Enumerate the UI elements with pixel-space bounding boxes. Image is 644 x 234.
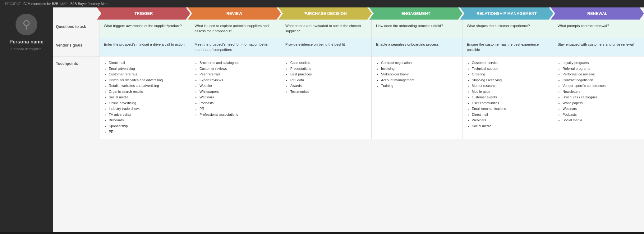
questions-cell-0: What triggers awareness of the supplier/… [99,20,190,38]
stage-header-empty [53,7,99,20]
map-label: MAP: [60,2,69,6]
list-item: Whitepapers [200,89,276,94]
list-item: Training [381,83,458,88]
goals-cell-1: Meet the prospect's need for information… [190,38,281,56]
list-item: Loyalty programs [563,60,639,65]
content-area: TRIGGER REVIEW PURCHASE DECISION ENGAGEM… [53,7,644,232]
persona-name: Persona name [9,39,43,45]
list-item: Brochures and catalogues [200,60,276,65]
list-item: Market research [472,83,549,88]
list-item: Webinars [200,95,276,100]
list-item: Online advertising [109,101,186,106]
touchpoints-label: Touchpoints [53,56,99,139]
list-item: User communities [472,101,549,106]
list-item: Contract negotiation [563,78,639,83]
goals-cell-3: Enable a seamless onboarding process [372,38,462,56]
list-item: Sponsorship [109,124,186,129]
questions-cell-2: What criteria are evaluated to select th… [281,20,372,38]
list-item: White papers [563,101,639,106]
list-item: Technical support [472,66,549,71]
list-item: Invoicing [381,66,458,71]
touchpoints-cell-0: Direct mailEmail advertisingCustomer ref… [99,56,190,139]
list-item: Best practices [290,72,367,77]
top-bar: PROJECT: CJM examples for B2B MAP: B2B B… [0,0,644,7]
questions-label: Questions to ask [53,20,99,38]
goals-cell-4: Ensure the customer has the best experie… [462,38,553,56]
list-item: Awards [290,83,367,88]
list-item: Email communications [472,106,549,111]
touchpoints-row: Touchpoints Direct mailEmail advertising… [53,56,644,139]
sidebar: ⚲ Persona name Persona description [0,7,53,232]
questions-cell-4: What shapes the customer experience? [462,20,553,38]
list-item: customer events [472,95,549,100]
list-item: Industry trade shows [109,106,186,111]
list-item: Direct mail [472,112,549,117]
list-item: Newsletters [563,89,639,94]
list-item: Shipping / receiving [472,78,549,83]
questions-row: Questions to ask What triggers awareness… [53,20,644,38]
list-item: Customer reviews [200,66,276,71]
stage-header-trigger: TRIGGER [97,7,190,20]
stage-header-engagement: ENGAGEMENT [369,7,462,20]
goals-label: Vendor's goals [53,38,99,56]
list-item: Social media [472,124,549,129]
list-item: Stakeholder buy-in [381,72,458,77]
list-item: Peer referrals [200,72,276,77]
list-item: Webinars [563,106,639,111]
list-item: Referral programs [563,66,639,71]
list-item: Customer service [472,60,549,65]
list-item: PR [200,106,276,111]
list-item: ROI data [290,78,367,83]
list-item: Expert revirews [200,78,276,83]
list-item: Billboards [109,118,186,123]
list-item: Brochures / catalogues [563,95,639,100]
goals-cell-5: Stay engaged with customers and drive re… [553,38,644,56]
goals-row: Vendor's goals Enter the prospect's mind… [53,38,644,57]
list-item: Webinars [472,118,549,123]
list-item: Performance reviews [563,72,639,77]
list-item: Case studies [290,60,367,65]
list-item: Professional associations [200,112,276,117]
persona-description: Persona description [11,47,41,51]
stage-header-relationship: RELATIONSHIP MANAGEMENT [460,7,553,20]
goals-cell-2: Provide evidence on being the best fit [281,38,372,56]
avatar-icon: ⚲ [22,19,30,30]
goals-cell-0: Enter the prospect's mindset a drive a c… [99,38,190,56]
list-item: Direct mail [109,60,186,65]
list-item: Account management [381,78,458,83]
touchpoints-cell-5: Loyalty programsReferral programsPerform… [553,56,644,139]
avatar: ⚲ [16,14,37,35]
list-item: Podcasts [200,101,276,106]
list-item: Email advertising [109,66,186,71]
list-item: PR [109,129,186,134]
touchpoints-cell-1: Brochures and cataloguesCustomer reviews… [190,56,281,139]
list-item: Testimonials [290,89,367,94]
touchpoints-cell-4: Customer serviceTechnical supportOrderin… [462,56,553,139]
touchpoints-cell-2: Case studiesPresentationsBest practicesR… [281,56,372,139]
map-value: B2B Buyer Journey Map [71,2,108,6]
questions-cell-1: What is used to explore potential suppli… [190,20,281,38]
list-item: Customer referrals [109,72,186,77]
project-value: CJM examples for B2B [23,2,58,6]
questions-cell-3: How does the onboarding process unfold? [372,20,462,38]
list-item: Website [200,83,276,88]
list-item: Retailer websites and advertising [109,83,186,88]
list-item: TV advertising [109,112,186,117]
list-item: Ordering [472,72,549,77]
list-item: Mobile apps [472,89,549,94]
list-item: Presentations [290,66,367,71]
list-item: Distributor websites and advertising [109,78,186,83]
list-item: Podcasts [563,112,639,117]
project-label: PROJECT: [5,2,21,6]
stage-header-purchase: PURCHASE DECISION [278,7,372,20]
rows-container: Questions to ask What triggers awareness… [53,20,644,139]
list-item: Organic search results [109,89,186,94]
stage-header-review: REVIEW [188,7,281,20]
list-item: Social media [563,118,639,123]
list-item: Vendor-specific conferences [563,83,639,88]
questions-cell-5: What prompts contract renewal? [553,20,644,38]
list-item: Social media [109,95,186,100]
touchpoints-cell-3: Contract negotiationInvoicingStakeholder… [372,56,462,139]
list-item: Contract negotiation [381,60,458,65]
stage-headers: TRIGGER REVIEW PURCHASE DECISION ENGAGEM… [53,7,644,20]
